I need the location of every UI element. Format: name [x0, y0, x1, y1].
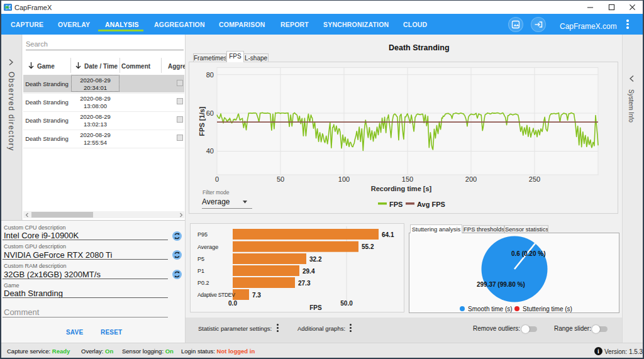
svg-text:P1: P1: [197, 268, 204, 274]
svg-text:40: 40: [206, 147, 214, 155]
svg-text:100: 100: [338, 175, 350, 183]
svg-text:FPS [1/s]: FPS [1/s]: [198, 106, 206, 136]
svg-text:P95: P95: [197, 231, 208, 238]
svg-text:P0.2: P0.2: [197, 280, 209, 286]
svg-text:60: 60: [206, 109, 214, 117]
svg-text:Recording time [s]: Recording time [s]: [371, 185, 432, 192]
svg-text:150: 150: [402, 175, 413, 183]
svg-text:27.3: 27.3: [298, 280, 311, 287]
svg-text:Stuttering time (s): Stuttering time (s): [523, 306, 572, 312]
svg-text:50.0: 50.0: [340, 300, 353, 307]
svg-text:299.37 (99.80 %): 299.37 (99.80 %): [477, 281, 525, 288]
svg-text:250: 250: [529, 175, 540, 183]
svg-text:FPS: FPS: [389, 201, 402, 208]
svg-text:200: 200: [465, 175, 477, 183]
svg-text:FPS: FPS: [309, 304, 322, 311]
svg-text:Smooth time (s): Smooth time (s): [468, 306, 513, 312]
svg-text:0: 0: [215, 175, 219, 183]
svg-text:Filter mode: Filter mode: [203, 189, 230, 196]
svg-text:0.6 (0.20 %): 0.6 (0.20 %): [511, 250, 545, 257]
svg-text:80: 80: [206, 71, 214, 79]
svg-text:Average: Average: [202, 197, 230, 206]
svg-text:29.4: 29.4: [303, 268, 315, 275]
svg-text:P5: P5: [197, 256, 204, 262]
svg-text:Average: Average: [197, 244, 218, 250]
svg-text:7.3: 7.3: [252, 292, 261, 299]
svg-text:0.0: 0.0: [228, 300, 237, 307]
svg-text:50: 50: [277, 175, 284, 183]
svg-text:32.2: 32.2: [309, 256, 322, 263]
svg-text:55.2: 55.2: [362, 243, 374, 250]
svg-text:64.1: 64.1: [382, 231, 394, 238]
svg-text:Avg FPS: Avg FPS: [417, 201, 445, 208]
svg-text:Adaptive STDEV: Adaptive STDEV: [197, 292, 235, 298]
